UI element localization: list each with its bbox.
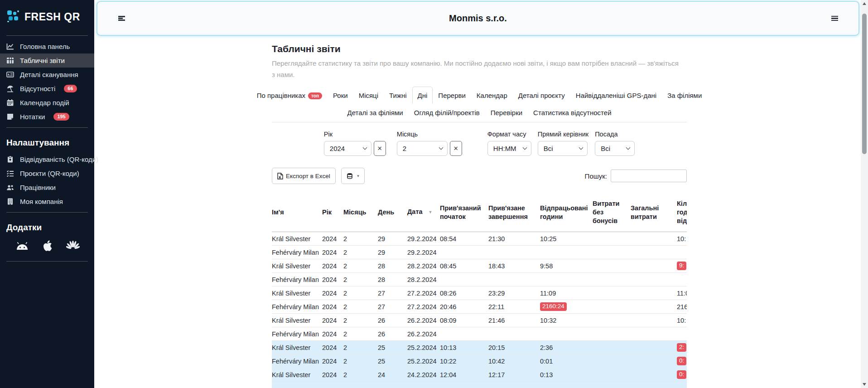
apple-icon[interactable] — [43, 240, 53, 251]
tab-item[interactable]: Огляд філій/проектів — [409, 104, 485, 121]
cell-name: Král Silvester — [272, 368, 322, 382]
filter-select-value: HH:MM — [493, 145, 516, 152]
sidebar-item-main[interactable]: Головна панель — [0, 39, 94, 53]
cell-bound-end: 21:30 — [488, 232, 540, 246]
column-header-date[interactable]: Дата▼ — [407, 193, 440, 232]
column-header-cost-no-bonus[interactable]: Витрати без бонусів — [593, 193, 631, 232]
filter-clear-button[interactable]: ✕ — [374, 141, 386, 156]
filter-select[interactable]: HH:MM — [487, 141, 531, 156]
cell-extra-hours: 10: — [677, 314, 687, 327]
column-header-bound-start[interactable]: Прив'язаний початок — [440, 193, 488, 232]
column-header-day[interactable]: День — [378, 193, 407, 232]
tab-item[interactable]: Календар — [471, 87, 513, 104]
sidebar-nav-settings: Відвідуваність (QR-коди)Проєкти (QR-коди… — [0, 152, 94, 209]
tab-label: Перерви — [438, 92, 466, 99]
sidebar-item-settings[interactable]: Працівники — [0, 180, 94, 194]
cell-bound-end: 23:29 — [488, 286, 540, 300]
tab-item[interactable]: Деталі за філіями — [342, 104, 408, 121]
tab-item[interactable]: Перерви — [433, 87, 471, 104]
cell-total-cost — [631, 232, 677, 246]
columns-visibility-button[interactable]: ▾ — [341, 168, 365, 184]
column-header-label: Рік — [322, 209, 332, 216]
tab-item[interactable]: Місяці — [353, 87, 384, 104]
filter-select-value: Всі — [601, 145, 610, 152]
table-row: Král Silvester202422626.2.202408:0921:46… — [272, 314, 687, 327]
tab-item[interactable]: Найвіддаленіші GPS-дані — [570, 87, 662, 104]
tab-item[interactable]: По працівникахтоп — [251, 87, 328, 104]
sidebar-item-settings[interactable]: Проєкти (QR-коди) — [0, 166, 94, 180]
export-excel-button[interactable]: Експорт в Excel — [272, 168, 336, 184]
cell-day: 28 — [378, 273, 407, 286]
column-header-month[interactable]: Місяць — [343, 193, 378, 232]
sidebar-item-main[interactable]: Відсутності66 — [0, 82, 94, 96]
table-header-row: Ім'яРікМісяцьДеньДата▼Прив'язаний почато… — [272, 193, 687, 232]
column-header-name[interactable]: Ім'я — [272, 193, 322, 232]
column-header-extra-hours[interactable]: Кіл год від — [677, 193, 687, 232]
scroll-up-arrow-icon — [863, 2, 866, 5]
column-header-label: Кіл год від — [677, 199, 687, 225]
cell-total-cost — [631, 327, 677, 341]
cell-bound-end: 20:15 — [488, 341, 540, 354]
vertical-scrollbar[interactable] — [861, 0, 868, 388]
column-header-total-cost[interactable]: Загальні витрати — [631, 193, 677, 232]
umbrella-icon — [6, 85, 14, 92]
cell-bound-start: 08:09 — [440, 314, 488, 327]
sidebar-item-main[interactable]: Деталі сканування — [0, 68, 94, 82]
filter-select[interactable]: 2 — [397, 141, 448, 156]
sidebar-item-main[interactable]: Нотатки195 — [0, 110, 94, 124]
scrollbar-thumb[interactable] — [862, 14, 867, 154]
cell-extra-hours: 216 — [677, 300, 687, 314]
cell-cost-no-bonus — [593, 300, 631, 314]
cell-month: 2 — [343, 341, 378, 354]
huawei-icon[interactable] — [66, 241, 80, 251]
tab-item[interactable]: Роки — [328, 87, 353, 104]
calendar-icon — [6, 99, 14, 107]
filter-clear-button[interactable]: ✕ — [450, 141, 462, 156]
tab-label: Огляд філій/проектів — [414, 109, 480, 116]
menu-unfold-icon — [118, 15, 125, 22]
sidebar-item-main[interactable]: Табличні звіти — [0, 53, 94, 68]
cell-total-cost — [631, 273, 677, 286]
cell-extra-hours — [677, 327, 687, 341]
cell-cost-no-bonus — [593, 286, 631, 300]
tab-item[interactable]: За філіями — [662, 87, 707, 104]
filter-select[interactable]: Всі — [595, 141, 635, 156]
sidebar-item-main[interactable]: Календар подій — [0, 96, 94, 110]
cell-worked-hours: 10:25 — [540, 232, 593, 246]
column-header-label: День — [378, 209, 394, 216]
cell-month: 2 — [343, 300, 378, 314]
column-header-year[interactable]: Рік — [322, 193, 343, 232]
sidebar-item-label: Проєкти (QR-коди) — [20, 170, 79, 177]
cell-bound-end — [488, 382, 540, 388]
sidebar-item-settings[interactable]: Моя компанія — [0, 194, 94, 209]
cell-year — [322, 382, 343, 388]
tab-active[interactable]: Дні — [412, 87, 433, 104]
cell-worked-hours: 9:58 — [540, 259, 593, 273]
cell-year: 2024 — [322, 232, 343, 246]
tab-item[interactable]: Тижні — [384, 87, 412, 104]
column-header-bound-end[interactable]: Прив'язане завершення — [488, 193, 540, 232]
sidebar-item-label: Деталі сканування — [20, 71, 78, 78]
scroll-down-button[interactable] — [861, 381, 868, 388]
tab-item[interactable]: Перевірки — [485, 104, 528, 121]
sidebar-toggle-button[interactable] — [116, 13, 127, 24]
cell-year: 2024 — [322, 368, 343, 382]
tab-item[interactable]: Деталі проєкту — [513, 87, 570, 104]
sidebar-item-label: Головна панель — [20, 43, 70, 50]
android-icon[interactable] — [15, 241, 29, 251]
search-input[interactable] — [611, 170, 687, 182]
sidebar-item-settings[interactable]: Відвідуваність (QR-коди) — [0, 152, 94, 166]
cell-day: 29 — [378, 232, 407, 246]
logo[interactable]: FRESH QR — [0, 0, 94, 32]
filter-select[interactable]: 2024 — [324, 141, 371, 156]
cell-bound-start — [440, 273, 488, 286]
scroll-up-button[interactable] — [861, 0, 868, 7]
column-header-label: Відпрацьовані години — [540, 204, 588, 220]
tab-item[interactable]: Статистика відсутностей — [528, 104, 617, 121]
table-row: Fehérváry Milan202422828.2.2024 — [272, 273, 687, 286]
search-area: Пошук: — [585, 170, 687, 182]
column-header-worked-hours[interactable]: Відпрацьовані години — [540, 193, 593, 232]
topbar-menu-button[interactable] — [829, 13, 840, 24]
filter-select[interactable]: Всі — [538, 141, 588, 156]
note-icon — [6, 113, 14, 121]
